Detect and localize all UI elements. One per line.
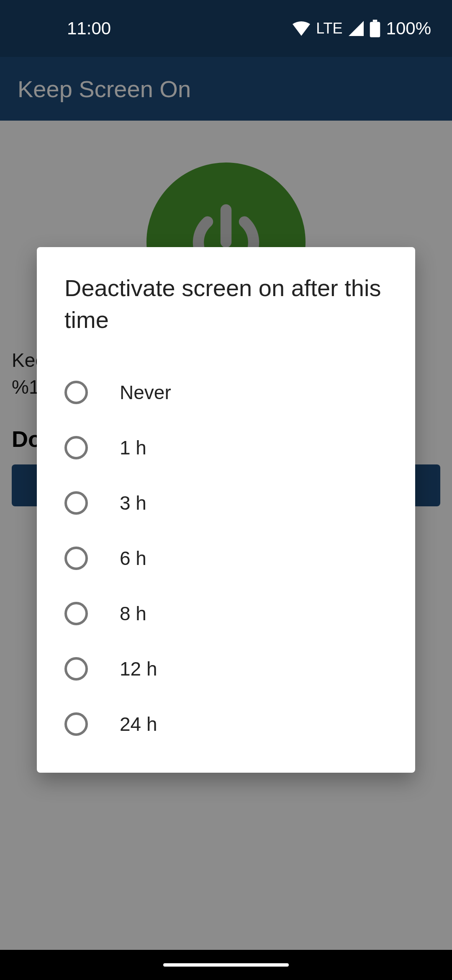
battery-percent: 100% (386, 18, 431, 39)
option-label: 12 h (120, 658, 157, 680)
option-label: 8 h (120, 602, 146, 625)
option-24h[interactable]: 24 h (64, 696, 388, 752)
option-12h[interactable]: 12 h (64, 641, 388, 696)
navigation-bar (0, 950, 452, 980)
svg-rect-1 (370, 22, 380, 37)
dialog-title: Deactivate screen on after this time (64, 272, 388, 335)
deactivate-time-dialog: Deactivate screen on after this time Nev… (37, 247, 415, 773)
signal-icon (349, 21, 364, 36)
option-8h[interactable]: 8 h (64, 586, 388, 641)
network-label: LTE (316, 20, 342, 37)
option-label: Never (120, 381, 171, 404)
radio-unchecked-icon (64, 657, 88, 681)
option-never[interactable]: Never (64, 365, 388, 420)
radio-unchecked-icon (64, 436, 88, 459)
radio-unchecked-icon (64, 381, 88, 404)
home-indicator[interactable] (163, 963, 289, 967)
option-3h[interactable]: 3 h (64, 475, 388, 531)
radio-unchecked-icon (64, 602, 88, 625)
option-label: 3 h (120, 492, 146, 514)
option-label: 6 h (120, 547, 146, 570)
radio-unchecked-icon (64, 547, 88, 570)
option-6h[interactable]: 6 h (64, 531, 388, 586)
battery-icon (370, 20, 380, 37)
status-right: LTE 100% (293, 18, 431, 39)
status-time: 11:00 (67, 18, 111, 39)
option-label: 1 h (120, 436, 146, 459)
radio-unchecked-icon (64, 491, 88, 515)
status-bar: 11:00 LTE 100% (0, 0, 452, 57)
svg-rect-0 (372, 20, 377, 22)
option-1h[interactable]: 1 h (64, 420, 388, 475)
option-label: 24 h (120, 713, 157, 735)
wifi-icon (293, 21, 310, 36)
radio-unchecked-icon (64, 712, 88, 736)
